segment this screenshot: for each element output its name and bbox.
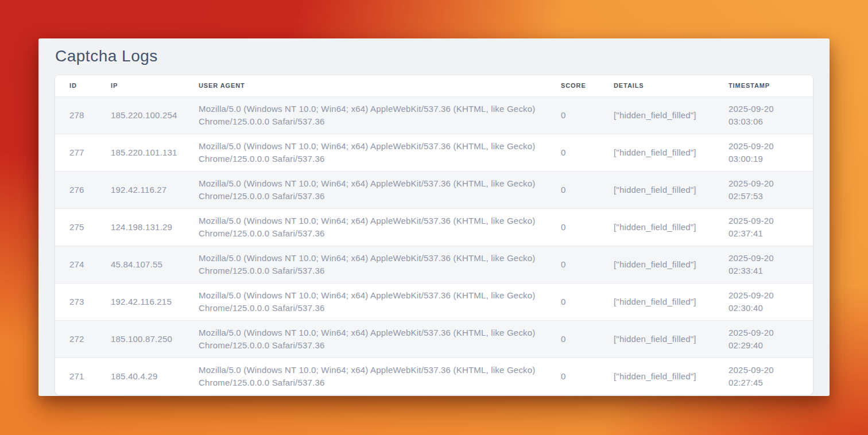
table-row: 275124.198.131.29Mozilla/5.0 (Windows NT… — [55, 208, 813, 246]
cell-details: ["hidden_field_filled"] — [599, 134, 714, 171]
cell-id: 271 — [55, 358, 96, 395]
column-header-score: SCORE — [547, 75, 599, 96]
cell-ip: 185.220.101.131 — [96, 134, 184, 171]
cell-timestamp: 2025-09-20 02:30:40 — [714, 283, 813, 320]
table-row: 271185.40.4.29Mozilla/5.0 (Windows NT 10… — [55, 358, 813, 395]
cell-score: 0 — [547, 283, 599, 320]
table-row: 277185.220.101.131Mozilla/5.0 (Windows N… — [55, 134, 813, 171]
cell-details: ["hidden_field_filled"] — [599, 171, 714, 208]
desktop-background: { "title": "Captcha Logs", "table": { "c… — [0, 0, 868, 435]
cell-timestamp: 2025-09-20 03:00:19 — [714, 134, 813, 171]
cell-details: ["hidden_field_filled"] — [599, 358, 714, 395]
cell-details: ["hidden_field_filled"] — [599, 246, 714, 283]
cell-score: 0 — [547, 320, 599, 358]
table-row: 27445.84.107.55Mozilla/5.0 (Windows NT 1… — [55, 246, 813, 283]
cell-ip: 185.100.87.250 — [96, 320, 184, 358]
table-header: ID IP USER AGENT SCORE DETAILS TIMESTAMP — [55, 75, 813, 96]
captcha-logs-card: Captcha Logs ID IP USER AGENT SCORE DETA… — [38, 38, 830, 396]
table-header-row: ID IP USER AGENT SCORE DETAILS TIMESTAMP — [55, 75, 813, 96]
captcha-logs-table: ID IP USER AGENT SCORE DETAILS TIMESTAMP… — [55, 75, 813, 395]
table-body: 278185.220.100.254Mozilla/5.0 (Windows N… — [55, 96, 813, 395]
cell-id: 278 — [55, 96, 96, 134]
table-row: 276192.42.116.27Mozilla/5.0 (Windows NT … — [55, 171, 813, 208]
cell-id: 275 — [55, 208, 96, 246]
column-header-ip: IP — [96, 75, 184, 96]
cell-id: 274 — [55, 246, 96, 283]
cell-timestamp: 2025-09-20 02:57:53 — [714, 171, 813, 208]
cell-ip: 45.84.107.55 — [96, 246, 184, 283]
cell-id: 277 — [55, 134, 96, 171]
table-row: 278185.220.100.254Mozilla/5.0 (Windows N… — [55, 96, 813, 134]
cell-ip: 185.40.4.29 — [96, 358, 184, 395]
cell-score: 0 — [547, 134, 599, 171]
column-header-id: ID — [55, 75, 96, 96]
cell-score: 0 — [547, 171, 599, 208]
cell-score: 0 — [547, 246, 599, 283]
cell-user-agent: Mozilla/5.0 (Windows NT 10.0; Win64; x64… — [184, 171, 547, 208]
table-row: 272185.100.87.250Mozilla/5.0 (Windows NT… — [55, 320, 813, 358]
cell-timestamp: 2025-09-20 02:33:41 — [714, 246, 813, 283]
cell-user-agent: Mozilla/5.0 (Windows NT 10.0; Win64; x64… — [184, 283, 547, 320]
cell-user-agent: Mozilla/5.0 (Windows NT 10.0; Win64; x64… — [184, 134, 547, 171]
cell-timestamp: 2025-09-20 02:37:41 — [714, 208, 813, 246]
cell-timestamp: 2025-09-20 02:27:45 — [714, 358, 813, 395]
logs-table-panel: ID IP USER AGENT SCORE DETAILS TIMESTAMP… — [55, 75, 813, 395]
cell-score: 0 — [547, 96, 599, 134]
cell-id: 276 — [55, 171, 96, 208]
cell-user-agent: Mozilla/5.0 (Windows NT 10.0; Win64; x64… — [184, 208, 547, 246]
column-header-details: DETAILS — [599, 75, 714, 96]
cell-score: 0 — [547, 208, 599, 246]
page-title: Captcha Logs — [55, 46, 813, 66]
cell-id: 273 — [55, 283, 96, 320]
cell-ip: 124.198.131.29 — [96, 208, 184, 246]
cell-ip: 192.42.116.215 — [96, 283, 184, 320]
cell-ip: 185.220.100.254 — [96, 96, 184, 134]
cell-id: 272 — [55, 320, 96, 358]
cell-details: ["hidden_field_filled"] — [599, 208, 714, 246]
cell-score: 0 — [547, 358, 599, 395]
cell-timestamp: 2025-09-20 02:29:40 — [714, 320, 813, 358]
cell-user-agent: Mozilla/5.0 (Windows NT 10.0; Win64; x64… — [184, 96, 547, 134]
column-header-timestamp: TIMESTAMP — [714, 75, 813, 96]
table-row: 273192.42.116.215Mozilla/5.0 (Windows NT… — [55, 283, 813, 320]
cell-user-agent: Mozilla/5.0 (Windows NT 10.0; Win64; x64… — [184, 246, 547, 283]
cell-timestamp: 2025-09-20 03:03:06 — [714, 96, 813, 134]
cell-details: ["hidden_field_filled"] — [599, 96, 714, 134]
cell-details: ["hidden_field_filled"] — [599, 320, 714, 358]
cell-details: ["hidden_field_filled"] — [599, 283, 714, 320]
cell-ip: 192.42.116.27 — [96, 171, 184, 208]
column-header-user-agent: USER AGENT — [184, 75, 547, 96]
cell-user-agent: Mozilla/5.0 (Windows NT 10.0; Win64; x64… — [184, 358, 547, 395]
cell-user-agent: Mozilla/5.0 (Windows NT 10.0; Win64; x64… — [184, 320, 547, 358]
